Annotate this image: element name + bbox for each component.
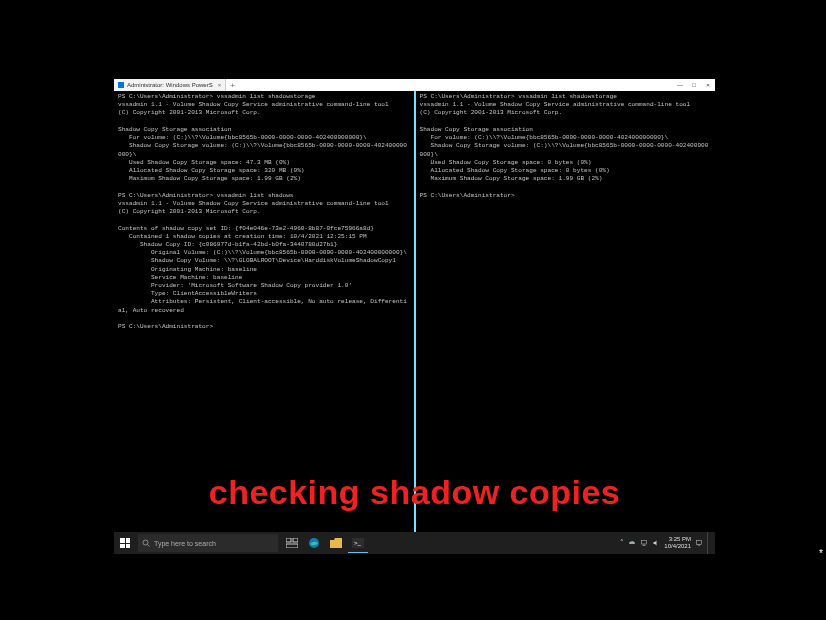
powershell-icon bbox=[118, 82, 124, 88]
maximize-button[interactable]: □ bbox=[687, 79, 701, 91]
stage: Administrator: Windows PowerS × + — □ × … bbox=[0, 0, 826, 620]
terminal-pane-right[interactable]: PS C:\Users\Administrator> vssadmin list… bbox=[416, 91, 716, 532]
search-placeholder: Type here to search bbox=[154, 540, 216, 547]
tab-close-button[interactable]: × bbox=[218, 82, 222, 88]
task-view-button[interactable] bbox=[282, 533, 302, 553]
show-desktop-button[interactable] bbox=[707, 532, 711, 554]
svg-rect-8 bbox=[642, 541, 647, 545]
stray-mark: * bbox=[818, 549, 824, 560]
tray-chevron-icon[interactable]: ˄ bbox=[620, 539, 624, 547]
svg-line-1 bbox=[148, 545, 150, 547]
clock-date: 10/4/2021 bbox=[664, 543, 691, 550]
svg-rect-3 bbox=[293, 538, 298, 542]
terminal-tab[interactable]: Administrator: Windows PowerS × bbox=[114, 79, 226, 91]
start-button[interactable] bbox=[114, 532, 136, 554]
close-button[interactable]: × bbox=[701, 79, 715, 91]
notifications-icon[interactable] bbox=[695, 539, 703, 547]
edge-button[interactable] bbox=[304, 533, 324, 553]
terminal-output-left: PS C:\Users\Administrator> vssadmin list… bbox=[118, 93, 410, 331]
taskbar-search[interactable]: Type here to search bbox=[138, 534, 278, 552]
svg-rect-2 bbox=[286, 538, 291, 542]
svg-rect-11 bbox=[697, 541, 702, 545]
windows-logo-icon bbox=[120, 538, 130, 548]
desktop: Administrator: Windows PowerS × + — □ × … bbox=[114, 79, 715, 554]
network-icon[interactable] bbox=[640, 539, 648, 547]
window-titlebar: Administrator: Windows PowerS × + — □ × bbox=[114, 79, 715, 91]
new-tab-button[interactable]: + bbox=[226, 81, 239, 90]
terminal-icon: >_ bbox=[352, 538, 364, 548]
svg-rect-4 bbox=[286, 544, 298, 548]
svg-text:>_: >_ bbox=[354, 540, 362, 546]
onedrive-icon[interactable] bbox=[628, 539, 636, 547]
svg-point-0 bbox=[143, 540, 148, 545]
taskbar: Type here to search >_ ˄ bbox=[114, 532, 715, 554]
system-tray: ˄ 3:25 PM 10/4/2021 bbox=[620, 532, 715, 554]
explorer-button[interactable] bbox=[326, 533, 346, 553]
terminal-output-right: PS C:\Users\Administrator> vssadmin list… bbox=[420, 93, 712, 200]
terminal-pane-left[interactable]: PS C:\Users\Administrator> vssadmin list… bbox=[114, 91, 414, 532]
task-view-icon bbox=[286, 538, 298, 548]
tab-title: Administrator: Windows PowerS bbox=[127, 82, 213, 88]
clock-time: 3:25 PM bbox=[664, 536, 691, 543]
taskbar-clock[interactable]: 3:25 PM 10/4/2021 bbox=[664, 536, 691, 549]
search-icon bbox=[142, 539, 150, 547]
terminal-panes: PS C:\Users\Administrator> vssadmin list… bbox=[114, 91, 715, 532]
minimize-button[interactable]: — bbox=[673, 79, 687, 91]
edge-icon bbox=[308, 537, 320, 549]
window-controls: — □ × bbox=[673, 79, 715, 91]
volume-icon[interactable] bbox=[652, 539, 660, 547]
task-icons: >_ bbox=[282, 532, 368, 554]
terminal-task-button[interactable]: >_ bbox=[348, 533, 368, 553]
folder-icon bbox=[330, 538, 342, 548]
